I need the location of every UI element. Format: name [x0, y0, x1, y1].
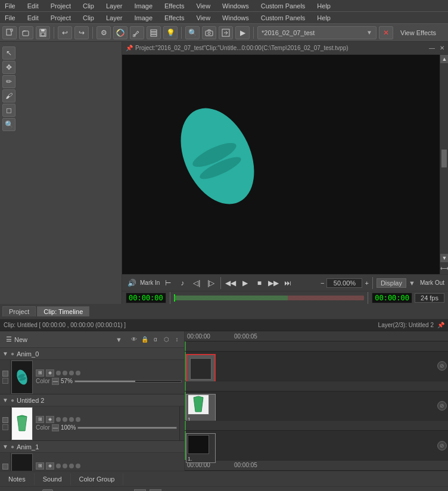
track-row-anim0[interactable]: ⊘	[185, 352, 448, 381]
toolbar-settings[interactable]: ⚙	[97, 26, 111, 39]
menu2-custom-panels[interactable]: Custom Panels	[259, 13, 308, 23]
toolbar-open[interactable]	[19, 26, 33, 39]
layer-lock-anim1[interactable]	[2, 471, 8, 471]
transport-speaker[interactable]: 🔊	[126, 277, 138, 289]
start-frame-reset[interactable]: ↺	[150, 489, 161, 492]
new-layer-btn[interactable]: ☰ New ▼	[2, 334, 126, 344]
tool-paint[interactable]: 🖌	[2, 89, 15, 102]
menu-image[interactable]: Image	[132, 1, 155, 11]
tool-erase[interactable]: ◻	[2, 104, 15, 117]
transport-zoom-plus[interactable]: +	[365, 279, 368, 287]
scroll-down-arrow[interactable]: ▼	[440, 254, 448, 262]
menu-help[interactable]: Help	[315, 1, 333, 11]
layer-blend-anim0[interactable]: —	[52, 378, 59, 385]
menu-project[interactable]: Project	[48, 1, 73, 11]
timecode-right[interactable]: 00:00:00	[372, 293, 412, 303]
transport-play[interactable]: ▶	[239, 277, 251, 289]
color-group-tab[interactable]: Color Group	[71, 473, 124, 485]
layer-lock-anim0[interactable]	[2, 378, 8, 384]
toolbar-light[interactable]: 💡	[163, 26, 178, 39]
notes-tab[interactable]: Notes	[0, 473, 35, 485]
display-button[interactable]: Display	[377, 278, 406, 288]
zoom-display[interactable]: 50.00%	[326, 278, 362, 288]
track-row-untitled2[interactable]: 1. ⊘	[185, 391, 448, 421]
menu-layer[interactable]: Layer	[104, 1, 125, 11]
track-clip-untitled2[interactable]: 1.	[186, 394, 216, 424]
toolbar-search[interactable]: 🔍	[185, 26, 200, 39]
layer-visible-untitled2[interactable]	[2, 417, 8, 423]
toolbar-close-project[interactable]: ✕	[379, 26, 393, 39]
preview-close[interactable]: ✕	[440, 45, 444, 51]
toolbar-save[interactable]	[36, 26, 50, 39]
track-clip-anim1[interactable]: 1.	[186, 433, 216, 463]
layer-visible-anim1[interactable]	[2, 464, 8, 470]
transport-step-back[interactable]: ◀◀	[225, 277, 237, 289]
background-add-btn[interactable]: +	[42, 489, 53, 492]
transport-audio[interactable]: ♪	[176, 277, 188, 289]
group-anim1[interactable]: ▼ ● Anim_1	[0, 441, 184, 453]
sound-tab[interactable]: Sound	[35, 473, 71, 485]
fps-display[interactable]: 24 fps	[415, 293, 444, 303]
alpha-icon[interactable]: α	[151, 335, 160, 344]
track-clip-end-anim1[interactable]: ⊘	[437, 441, 447, 450]
scroll-thumb[interactable]	[441, 150, 447, 167]
eye-icon[interactable]: 👁	[129, 335, 139, 344]
menu-windows[interactable]: Windows	[220, 1, 251, 11]
menu-view[interactable]: View	[194, 1, 213, 11]
menu2-image[interactable]: Image	[132, 13, 155, 23]
menu2-file[interactable]: File	[2, 13, 18, 23]
opacity-bar-untitled2[interactable]	[77, 427, 177, 429]
menu2-layer[interactable]: Layer	[104, 13, 125, 23]
menu2-edit[interactable]: Edit	[25, 13, 41, 23]
move-icon[interactable]: ↕	[172, 335, 182, 344]
group-collapse[interactable]: ▼	[2, 350, 8, 357]
group-untitled2[interactable]: ▼ ● Untitled 2	[0, 394, 184, 406]
menu2-windows[interactable]: Windows	[220, 13, 251, 23]
toolbar-play2[interactable]: ▶	[235, 26, 250, 39]
menu-clip[interactable]: Clip	[80, 1, 97, 11]
toolbar-color[interactable]	[113, 26, 127, 39]
toolbar-new[interactable]	[2, 26, 17, 39]
menu-file[interactable]: File	[2, 1, 18, 11]
layer-blend-anim1[interactable]: —	[52, 471, 59, 471]
timecode-left[interactable]: 00:00:00	[126, 293, 166, 303]
transport-in-point[interactable]: ◁|	[191, 277, 203, 289]
transport-to-end[interactable]: ⏭	[282, 277, 294, 289]
tool-pen[interactable]: ✏	[2, 75, 15, 88]
track-clip-anim0[interactable]	[186, 354, 216, 384]
toolbar-export[interactable]	[219, 26, 233, 39]
group-collapse2[interactable]: ▼	[2, 397, 8, 403]
toolbar-undo[interactable]: ↩	[58, 26, 72, 39]
track-row-anim1[interactable]: 1. ⊘	[185, 431, 448, 460]
menu-edit[interactable]: Edit	[25, 1, 41, 11]
toolbar-redo[interactable]: ↪	[74, 26, 89, 39]
preview-minimize[interactable]: —	[429, 45, 435, 51]
toolbar-brush[interactable]	[130, 26, 144, 39]
display-dropdown[interactable]: ▼	[409, 279, 415, 287]
timeline-scrub[interactable]	[174, 296, 364, 300]
tool-move[interactable]: ✥	[2, 61, 15, 74]
menu-custom-panels[interactable]: Custom Panels	[259, 1, 308, 11]
toolbar-layers[interactable]	[147, 26, 161, 39]
scroll-up-arrow[interactable]: ▲	[440, 55, 448, 63]
scroll-track[interactable]	[440, 63, 448, 148]
transport-stop[interactable]: ■	[253, 277, 265, 289]
opacity-bar-anim0[interactable]	[74, 380, 182, 383]
menu2-help[interactable]: Help	[315, 13, 333, 23]
blend-icon[interactable]: ⬡	[161, 335, 171, 344]
layer-visible-anim0[interactable]	[2, 371, 8, 377]
group-collapse3[interactable]: ▼	[2, 443, 8, 450]
tool-select[interactable]: ↖	[2, 46, 15, 60]
track-clip-end-untitled2[interactable]: ⊘	[437, 401, 447, 411]
tool-zoom[interactable]: 🔍	[2, 118, 15, 131]
track-clip-end-anim0[interactable]: ⊘	[437, 361, 447, 371]
transport-zoom-minus[interactable]: −	[321, 279, 324, 287]
transport-step-fwd[interactable]: ▶▶	[267, 277, 279, 289]
menu2-project[interactable]: Project	[48, 13, 73, 23]
start-frame-dropdown[interactable]: ▼	[134, 489, 146, 492]
scroll-track-bottom[interactable]	[440, 169, 448, 254]
group-anim0[interactable]: ▼ ● Anim_0	[0, 348, 184, 360]
lock-icon[interactable]: 🔒	[140, 335, 150, 344]
menu2-effects[interactable]: Effects	[162, 13, 186, 23]
transport-clip-in[interactable]: ⊢	[162, 277, 174, 289]
